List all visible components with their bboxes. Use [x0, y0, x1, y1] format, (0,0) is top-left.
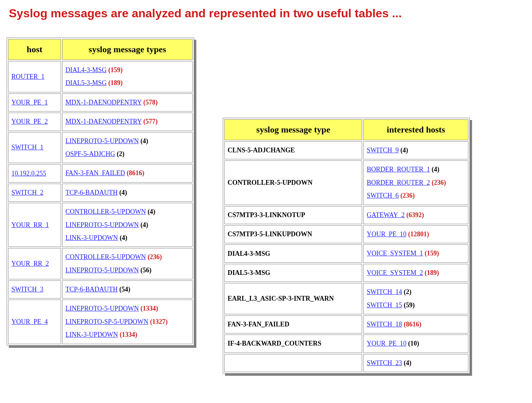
msg-link[interactable]: LINK-3-UPDOWN [65, 331, 118, 338]
msgtype-cell: CONTROLLER-5-UPDOWN [224, 160, 362, 205]
host-line: SWITCH_18 (8616) [367, 318, 465, 331]
msg-cell: MDX-1-DAENODPENTRY (578) [62, 93, 193, 112]
msgtype-cell: CS7MTP3-5-LINKUPDOWN [224, 225, 362, 243]
msgtype-cell: IF-4-BACKWARD_COUNTERS [224, 335, 362, 353]
msg-count: (236) [147, 253, 162, 261]
table-row: CLNS-5-ADJCHANGESWITCH_9 (4) [224, 141, 468, 159]
table-row: YOUR_RR_1CONTROLLER-5-UPDOWN (4)LINEPROT… [8, 203, 193, 247]
host-link[interactable]: GATEWAY_2 [367, 211, 404, 219]
host-link[interactable]: YOUR_PE_1 [11, 99, 48, 106]
table-row: IF-4-BACKWARD_COUNTERSYOUR_PE_10 (10) [224, 335, 468, 353]
msg-line: TCP-6-BADAUTH (54) [65, 283, 189, 296]
msg-count: (4) [119, 234, 127, 241]
table-row: YOUR_PE_2MDX-1-DAENODPENTRY (577) [8, 113, 193, 131]
host-cell: YOUR_PE_2 [8, 113, 61, 131]
msg-link[interactable]: OSPF-5-ADJCHG [65, 150, 115, 158]
msg-link[interactable]: TCP-6-BADAUTH [65, 286, 118, 293]
host-line: GATEWAY_2 (6392) [367, 209, 465, 222]
table-row: DIAL5-3-MSGVOICE_SYSTEM_2 (189) [224, 264, 468, 282]
hosts-cell: VOICE_SYSTEM_1 (159) [363, 244, 468, 262]
host-link[interactable]: BORDER_ROUTER_2 [367, 179, 430, 186]
host-link[interactable]: YOUR_PE_4 [11, 318, 48, 325]
msg-link[interactable]: LINEPROTO-SP-5-UPDOWN [65, 318, 149, 325]
hosts-cell: BORDER_ROUTER_1 (4)BORDER_ROUTER_2 (236)… [363, 160, 468, 205]
host-link[interactable]: YOUR_RR_2 [11, 260, 49, 267]
host-link[interactable]: SWITCH_1 [11, 144, 43, 151]
host-cell: ROUTER_1 [8, 61, 61, 92]
host-table-header-msgtypes: syslog message types [62, 39, 193, 60]
table-row: SWITCH_2TCP-6-BADAUTH (4) [8, 184, 193, 202]
msgtype-cell: EARL_L3_ASIC-SP-3-INTR_WARN [224, 283, 362, 314]
msg-count: (2) [117, 150, 124, 158]
msg-link[interactable]: TCP-6-BADAUTH [65, 189, 118, 196]
host-line: SWITCH_15 (59) [367, 299, 465, 312]
msg-link[interactable]: LINEPROTO-5-UPDOWN [65, 221, 139, 229]
host-link[interactable]: SWITCH_6 [367, 192, 399, 199]
host-count: (4) [432, 166, 439, 173]
host-line: YOUR_PE_10 (10) [367, 337, 465, 350]
msg-line: CONTROLLER-5-UPDOWN (4) [65, 205, 189, 218]
msg-link[interactable]: CONTROLLER-5-UPDOWN [65, 208, 146, 215]
msg-line: LINEPROTO-5-UPDOWN (4) [65, 219, 189, 231]
msg-link[interactable]: MDX-1-DAENODPENTRY [65, 99, 142, 106]
msg-link[interactable]: DIAL4-3-MSG [65, 66, 107, 74]
host-count: (4) [404, 359, 411, 367]
msg-link[interactable]: FAN-3-FAN_FAILED [65, 169, 125, 177]
msg-link[interactable]: DIAL5-3-MSG [65, 79, 107, 86]
host-line: YOUR_PE_10 (12801) [367, 228, 465, 241]
msgtype-cell: DIAL5-3-MSG [224, 264, 362, 282]
table-row: CS7MTP3-5-LINKUPDOWNYOUR_PE_10 (12801) [224, 225, 468, 243]
host-link[interactable]: YOUR_PE_10 [367, 230, 406, 238]
msgtype-table: syslog message type interested hosts CLN… [223, 118, 469, 373]
host-link[interactable]: VOICE_SYSTEM_2 [367, 269, 423, 276]
msg-cell: LINEPROTO-5-UPDOWN (4)OSPF-5-ADJCHG (2) [62, 132, 193, 163]
hosts-cell: SWITCH_14 (2)SWITCH_15 (59) [363, 283, 468, 314]
host-cell: SWITCH_1 [8, 132, 61, 163]
host-link[interactable]: SWITCH_23 [367, 359, 402, 367]
msg-link[interactable]: LINEPROTO-5-UPDOWN [65, 266, 139, 274]
host-link[interactable]: SWITCH_3 [11, 286, 43, 293]
msg-count: (8616) [126, 169, 144, 177]
host-link[interactable]: SWITCH_9 [367, 146, 399, 154]
table-row: EARL_L3_ASIC-SP-3-INTR_WARNSWITCH_14 (2)… [224, 283, 468, 314]
host-link[interactable]: SWITCH_18 [367, 321, 402, 328]
msg-link[interactable]: LINEPROTO-5-UPDOWN [65, 137, 139, 145]
host-count: (236) [400, 192, 415, 199]
msg-link[interactable]: LINEPROTO-5-UPDOWN [65, 305, 139, 312]
host-link[interactable]: SWITCH_2 [11, 189, 43, 196]
host-count: (189) [425, 269, 439, 276]
msg-link[interactable]: CONTROLLER-5-UPDOWN [65, 253, 146, 261]
hosts-cell: GATEWAY_2 (6392) [363, 206, 468, 224]
host-link[interactable]: BORDER_ROUTER_1 [367, 166, 430, 173]
msg-cell: LINEPROTO-5-UPDOWN (1334)LINEPROTO-SP-5-… [62, 300, 193, 344]
host-link[interactable]: YOUR_PE_10 [367, 340, 406, 347]
host-link[interactable]: 10.192.0.255 [11, 170, 46, 177]
host-cell: YOUR_PE_4 [8, 300, 61, 344]
host-count: (12801) [408, 230, 429, 238]
host-line: BORDER_ROUTER_1 (4) [367, 163, 465, 176]
host-cell: YOUR_PE_1 [8, 93, 61, 112]
host-count: (4) [400, 146, 408, 154]
host-count: (6392) [406, 211, 424, 219]
msg-count: (56) [140, 266, 151, 274]
table-row: CS7MTP3-3-LINKNOTUPGATEWAY_2 (6392) [224, 206, 468, 224]
table-row: YOUR_PE_1MDX-1-DAENODPENTRY (578) [8, 93, 193, 112]
host-link[interactable]: VOICE_SYSTEM_1 [367, 250, 423, 257]
msg-count: (1334) [119, 331, 137, 338]
msg-link[interactable]: MDX-1-DAENODPENTRY [65, 118, 142, 125]
msg-cell: MDX-1-DAENODPENTRY (577) [62, 113, 193, 131]
msg-line: FAN-3-FAN_FAILED (8616) [65, 167, 189, 180]
host-link[interactable]: ROUTER_1 [11, 73, 44, 80]
msg-line: CONTROLLER-5-UPDOWN (236) [65, 251, 189, 264]
msgtype-cell: CLNS-5-ADJCHANGE [224, 141, 362, 159]
hosts-cell: YOUR_PE_10 (10) [363, 335, 468, 353]
table-row: YOUR_RR_2CONTROLLER-5-UPDOWN (236)LINEPR… [8, 248, 193, 279]
host-link[interactable]: SWITCH_15 [367, 301, 402, 309]
host-link[interactable]: YOUR_RR_1 [11, 221, 49, 229]
msg-link[interactable]: LINK-3-UPDOWN [65, 234, 118, 241]
host-count: (10) [408, 340, 419, 347]
msg-line: LINEPROTO-5-UPDOWN (1334) [65, 302, 189, 315]
host-link[interactable]: YOUR_PE_2 [11, 118, 48, 125]
host-link[interactable]: SWITCH_14 [367, 288, 402, 296]
msg-count: (54) [119, 286, 130, 293]
